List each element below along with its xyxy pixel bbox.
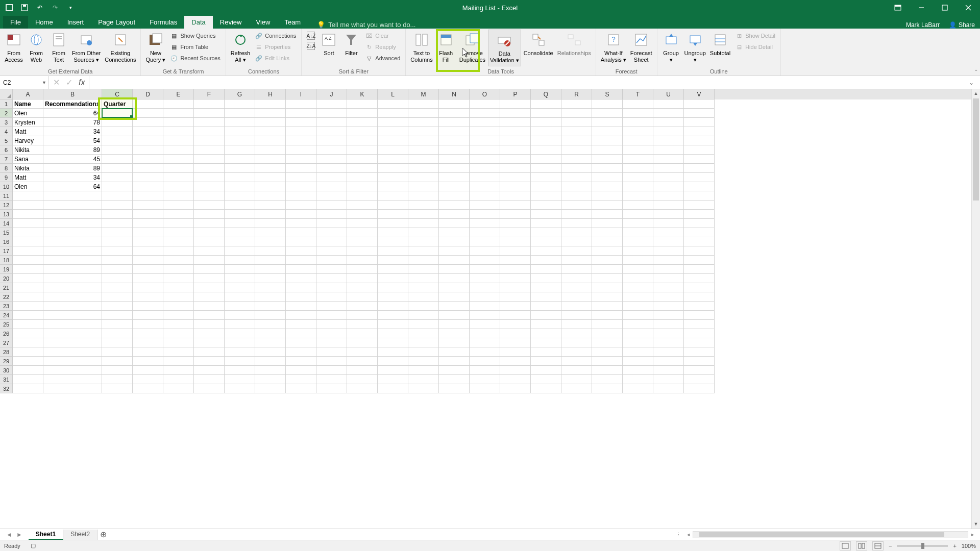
- cell[interactable]: [347, 347, 378, 357]
- cell[interactable]: [194, 164, 225, 173]
- cell[interactable]: [194, 191, 225, 201]
- cell[interactable]: [592, 237, 623, 246]
- cell[interactable]: [439, 302, 470, 311]
- cell[interactable]: [623, 329, 653, 338]
- cell[interactable]: [163, 201, 194, 210]
- cell[interactable]: [286, 164, 316, 173]
- cell[interactable]: [347, 228, 378, 237]
- cell[interactable]: [500, 311, 531, 320]
- row-header[interactable]: 16: [0, 237, 13, 246]
- cell[interactable]: [133, 384, 163, 393]
- cell[interactable]: [13, 320, 43, 329]
- row-header[interactable]: 24: [0, 311, 13, 320]
- macro-record-icon[interactable]: ▢: [31, 542, 36, 549]
- cell[interactable]: [347, 311, 378, 320]
- cell[interactable]: [408, 136, 439, 145]
- cell[interactable]: [133, 274, 163, 283]
- row-header[interactable]: 5: [0, 136, 13, 145]
- cell[interactable]: [684, 357, 715, 366]
- cell[interactable]: [500, 274, 531, 283]
- cell[interactable]: [439, 265, 470, 274]
- cell[interactable]: [500, 357, 531, 366]
- cell[interactable]: [316, 338, 347, 347]
- cell[interactable]: [316, 256, 347, 265]
- cell[interactable]: [470, 173, 500, 182]
- cell[interactable]: [316, 347, 347, 357]
- cell[interactable]: [163, 210, 194, 219]
- cell[interactable]: [470, 384, 500, 393]
- cell[interactable]: [347, 256, 378, 265]
- row-header[interactable]: 13: [0, 210, 13, 219]
- cell[interactable]: [653, 136, 684, 145]
- row-header[interactable]: 12: [0, 201, 13, 210]
- cell[interactable]: [163, 274, 194, 283]
- cell[interactable]: [531, 384, 561, 393]
- cell[interactable]: [592, 274, 623, 283]
- cell[interactable]: [500, 265, 531, 274]
- cell[interactable]: [378, 256, 408, 265]
- cell[interactable]: [439, 173, 470, 182]
- cell[interactable]: [255, 347, 286, 357]
- cell[interactable]: [531, 201, 561, 210]
- cell[interactable]: 54: [43, 136, 102, 145]
- fx-icon[interactable]: fx: [79, 78, 85, 87]
- enter-formula-icon[interactable]: ✓: [66, 78, 72, 87]
- cell[interactable]: [286, 338, 316, 347]
- cell[interactable]: [470, 210, 500, 219]
- cell[interactable]: [316, 228, 347, 237]
- cell[interactable]: [194, 145, 225, 155]
- cell[interactable]: [163, 136, 194, 145]
- cell[interactable]: [102, 384, 133, 393]
- cell[interactable]: [561, 191, 592, 201]
- row-header[interactable]: 9: [0, 173, 13, 182]
- cell[interactable]: [592, 357, 623, 366]
- scroll-down-icon[interactable]: ▼: [972, 520, 980, 529]
- cell[interactable]: [623, 191, 653, 201]
- cell[interactable]: [531, 182, 561, 191]
- redo-icon[interactable]: ↷: [51, 4, 59, 12]
- cell[interactable]: [347, 357, 378, 366]
- cell[interactable]: [684, 164, 715, 173]
- cell[interactable]: [102, 228, 133, 237]
- cell[interactable]: [408, 201, 439, 210]
- cell[interactable]: [133, 329, 163, 338]
- cell[interactable]: [255, 228, 286, 237]
- cell[interactable]: [623, 338, 653, 347]
- tab-review[interactable]: Review: [213, 16, 249, 29]
- cell[interactable]: [255, 191, 286, 201]
- cell[interactable]: [623, 99, 653, 109]
- cell[interactable]: [561, 109, 592, 118]
- cell[interactable]: [225, 136, 255, 145]
- cell[interactable]: [408, 228, 439, 237]
- cell[interactable]: [194, 201, 225, 210]
- cell[interactable]: [684, 265, 715, 274]
- cell[interactable]: [470, 118, 500, 127]
- column-header[interactable]: V: [684, 89, 715, 99]
- what-if-button[interactable]: ?What-If Analysis ▾: [599, 30, 628, 65]
- cell[interactable]: [347, 219, 378, 228]
- cell[interactable]: [43, 347, 102, 357]
- cell[interactable]: [500, 375, 531, 384]
- cell[interactable]: 34: [43, 173, 102, 182]
- cell[interactable]: [439, 191, 470, 201]
- tell-me-search[interactable]: 💡 Tell me what you want to do...: [317, 21, 415, 29]
- cell[interactable]: [255, 311, 286, 320]
- cell[interactable]: [102, 311, 133, 320]
- cell[interactable]: [316, 136, 347, 145]
- cell[interactable]: [347, 375, 378, 384]
- cell[interactable]: [653, 173, 684, 182]
- cell[interactable]: [194, 99, 225, 109]
- cell[interactable]: [439, 99, 470, 109]
- cell[interactable]: [439, 237, 470, 246]
- cell[interactable]: [408, 173, 439, 182]
- cell[interactable]: [316, 145, 347, 155]
- cell[interactable]: [439, 219, 470, 228]
- cell[interactable]: [561, 219, 592, 228]
- tab-formulas[interactable]: Formulas: [142, 16, 184, 29]
- cell[interactable]: [163, 366, 194, 375]
- cell[interactable]: [286, 210, 316, 219]
- cell[interactable]: [653, 99, 684, 109]
- cell[interactable]: [684, 201, 715, 210]
- cell[interactable]: [102, 210, 133, 219]
- cell[interactable]: [470, 219, 500, 228]
